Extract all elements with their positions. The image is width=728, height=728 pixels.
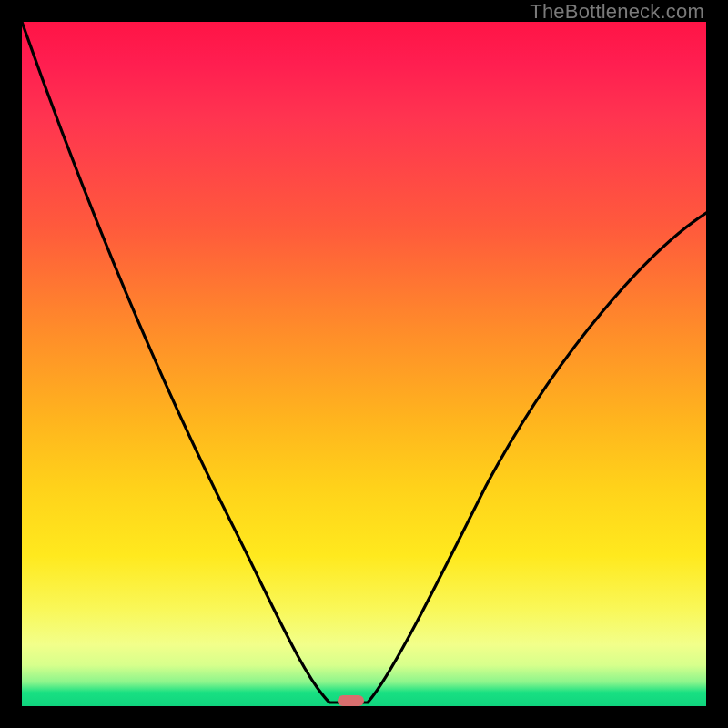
curve-path (22, 22, 706, 703)
chart-frame: TheBottleneck.com (0, 0, 728, 728)
watermark-text: TheBottleneck.com (530, 0, 704, 24)
bottleneck-curve (22, 22, 706, 706)
optimal-point-marker (338, 695, 364, 706)
plot-area (22, 22, 706, 706)
